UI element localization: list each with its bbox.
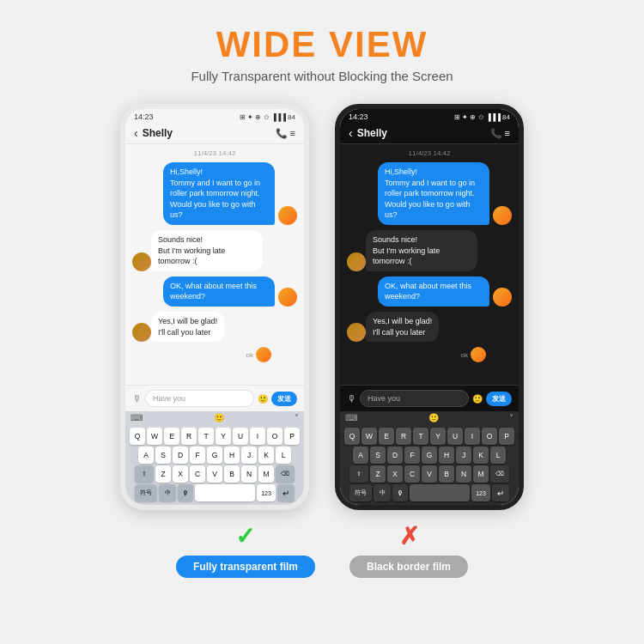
right-chat-icons: 📞 ≡ — [490, 128, 510, 139]
left-key-c[interactable]: C — [190, 465, 205, 483]
right-key-f[interactable]: F — [404, 447, 420, 464]
right-key-space[interactable] — [410, 484, 470, 501]
right-key-d[interactable]: D — [387, 447, 403, 464]
left-status-icons: ⊞ ✦ ⊕ ✩ ▐▐▐ 84 — [240, 113, 295, 121]
left-bubble-recv-1: Sounds nice!But I'm working late tomorro… — [151, 230, 263, 271]
right-key-mic[interactable]: 🎙 — [392, 484, 408, 501]
right-key-s[interactable]: S — [370, 447, 386, 464]
left-key-o[interactable]: O — [267, 428, 283, 445]
right-status-time: 14:23 — [349, 112, 368, 121]
right-key-p[interactable]: P — [499, 428, 514, 445]
left-key-g[interactable]: G — [207, 447, 222, 464]
left-key-i[interactable]: I — [250, 428, 265, 445]
left-key-shift[interactable]: ⇧ — [135, 465, 154, 483]
left-key-a[interactable]: A — [138, 447, 154, 464]
right-key-j[interactable]: J — [456, 447, 471, 464]
right-kb-icon-1: ⌨ — [345, 413, 357, 422]
right-key-e[interactable]: E — [379, 428, 394, 445]
right-phone-wrapper: 14:23 ⊞ ✦ ⊕ ✩ ▐▐▐ 84 ‹ Shelly 📞 ≡ 11/4/2… — [335, 104, 524, 510]
left-emoji-icon: 🙂 — [258, 394, 268, 404]
left-key-f[interactable]: F — [190, 447, 205, 464]
left-status-time: 14:23 — [134, 112, 154, 121]
right-bubble-sent-1: Hi,Shelly!Tommy and I want to go in roll… — [378, 162, 489, 225]
left-key-symbol[interactable]: 符号 — [135, 484, 157, 501]
left-key-s[interactable]: S — [155, 447, 171, 464]
left-key-m[interactable]: M — [258, 465, 274, 483]
right-date-label: 11/4/23 14:42 — [347, 149, 512, 157]
right-key-enter[interactable]: ↵ — [492, 484, 509, 501]
left-key-x[interactable]: X — [173, 465, 188, 483]
right-key-l[interactable]: L — [490, 447, 506, 464]
left-key-l[interactable]: L — [276, 447, 291, 464]
right-key-row-1: Q W E R T Y U I O P — [343, 428, 515, 445]
right-key-h[interactable]: H — [439, 447, 454, 464]
left-key-z[interactable]: Z — [155, 465, 171, 483]
page-header: WIDE VIEW Fully Transparent without Bloc… — [191, 0, 453, 90]
right-key-g[interactable]: G — [422, 447, 437, 464]
left-key-k[interactable]: K — [258, 447, 274, 464]
right-kb-icon-2: 🙂 — [428, 413, 439, 422]
left-key-b[interactable]: B — [224, 465, 240, 483]
left-key-n[interactable]: N — [241, 465, 257, 483]
right-key-n[interactable]: N — [456, 465, 471, 483]
left-avatar-ok — [256, 347, 271, 362]
left-key-space[interactable] — [195, 484, 255, 501]
right-key-a[interactable]: A — [353, 447, 368, 464]
left-key-chinese[interactable]: 中 — [159, 484, 176, 501]
right-keyboard: Q W E R T Y U I O P A — [340, 424, 519, 505]
left-key-w[interactable]: W — [147, 428, 162, 445]
left-ok-row: ok — [132, 347, 297, 362]
right-key-row-3: ⇧ Z X C V B N M ⌫ — [343, 465, 515, 483]
left-key-p[interactable]: P — [284, 428, 300, 445]
check-icon: ✓ — [235, 522, 255, 550]
right-send-button[interactable]: 发送 — [486, 392, 512, 406]
right-key-r[interactable]: R — [396, 428, 411, 445]
right-key-b[interactable]: B — [439, 465, 454, 483]
right-key-chinese[interactable]: 中 — [374, 484, 391, 501]
left-key-123[interactable]: 123 — [257, 484, 276, 501]
left-key-j[interactable]: J — [241, 447, 257, 464]
left-kb-icon-1: ⌨ — [131, 413, 143, 422]
left-key-y[interactable]: Y — [216, 428, 231, 445]
label-row: ✓ Fully transparent film ✗ Black border … — [176, 522, 468, 578]
left-key-del[interactable]: ⌫ — [276, 465, 295, 483]
left-key-row-2: A S D F G H J K L — [129, 447, 301, 464]
left-key-u[interactable]: U — [233, 428, 248, 445]
right-key-k[interactable]: K — [473, 447, 489, 464]
right-key-z[interactable]: Z — [370, 465, 386, 483]
right-key-t[interactable]: T — [413, 428, 428, 445]
left-keyboard: Q W E R T Y U I O P A — [125, 424, 304, 505]
left-date-label: 11/4/23 14:42 — [132, 149, 297, 157]
left-key-enter[interactable]: ↵ — [277, 484, 295, 501]
right-key-o[interactable]: O — [482, 428, 497, 445]
left-key-t[interactable]: T — [198, 428, 214, 445]
right-ok-text: ok — [461, 351, 468, 359]
right-key-v[interactable]: V — [422, 465, 437, 483]
left-key-r[interactable]: R — [181, 428, 197, 445]
left-key-v[interactable]: V — [207, 465, 222, 483]
left-key-q[interactable]: Q — [130, 428, 145, 445]
left-key-d[interactable]: D — [173, 447, 188, 464]
right-key-c[interactable]: C — [404, 465, 420, 483]
right-key-q[interactable]: Q — [344, 428, 360, 445]
left-chat-name: Shelly — [143, 127, 276, 139]
left-key-h[interactable]: H — [224, 447, 240, 464]
right-key-w[interactable]: W — [361, 428, 377, 445]
left-chat-body: 11/4/23 14:42 Hi,Shelly!Tommy and I want… — [125, 144, 304, 385]
left-key-e[interactable]: E — [164, 428, 179, 445]
right-key-del[interactable]: ⌫ — [490, 465, 509, 483]
right-key-y[interactable]: Y — [430, 428, 446, 445]
right-key-shift[interactable]: ⇧ — [349, 465, 368, 483]
right-key-123[interactable]: 123 — [471, 484, 490, 501]
left-send-button[interactable]: 发送 — [271, 392, 297, 406]
left-key-mic[interactable]: 🎙 — [178, 484, 193, 501]
right-key-i[interactable]: I — [465, 428, 480, 445]
right-key-x[interactable]: X — [387, 465, 403, 483]
right-input-field[interactable]: Have you — [360, 390, 469, 407]
right-bubble-sent-2: OK, what about meet this weekend? — [378, 276, 489, 307]
left-input-field[interactable]: Have you — [145, 390, 254, 407]
right-key-symbol[interactable]: 符号 — [349, 484, 372, 501]
page-subtitle: Fully Transparent without Blocking the S… — [191, 69, 453, 83]
right-key-m[interactable]: M — [473, 465, 489, 483]
right-key-u[interactable]: U — [447, 428, 463, 445]
